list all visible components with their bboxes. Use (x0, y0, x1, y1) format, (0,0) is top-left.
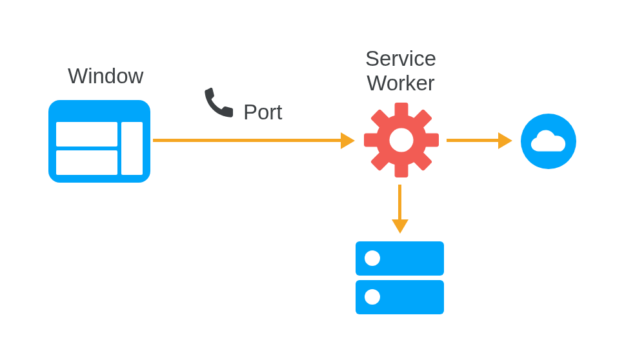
gear-icon (364, 103, 439, 180)
window-icon (48, 100, 150, 183)
service-worker-label: Service Worker (356, 46, 446, 96)
cache-box-top (356, 241, 444, 276)
cloud-icon (521, 114, 576, 169)
sw-label-line2: Worker (367, 71, 435, 95)
port-label: Port (243, 100, 283, 125)
sw-label-line1: Service (365, 46, 436, 70)
phone-icon (201, 85, 238, 122)
cache-icon (356, 241, 444, 319)
svg-point-9 (389, 128, 413, 152)
cache-box-bottom (356, 280, 444, 314)
window-label: Window (68, 64, 143, 88)
